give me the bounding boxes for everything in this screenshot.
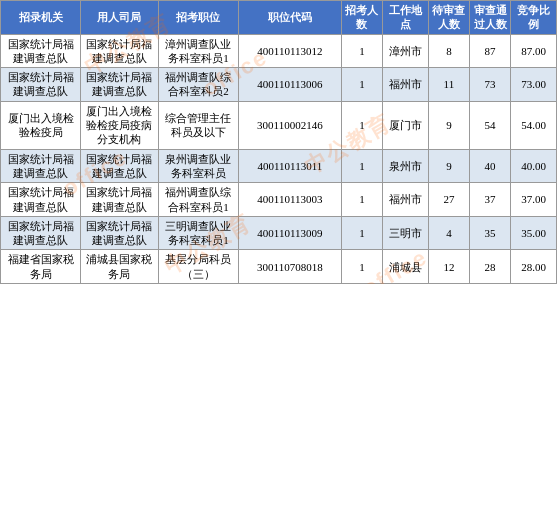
table-header-cell: 工作地点 <box>383 1 429 35</box>
table-cell: 国家统计局福建调查总队 <box>1 216 81 250</box>
table-cell: 300110002146 <box>238 101 341 149</box>
table-cell: 国家统计局福建调查总队 <box>1 149 81 183</box>
table-cell: 28 <box>469 250 510 284</box>
table-cell: 浦城县国家税务局 <box>81 250 159 284</box>
table-cell: 35 <box>469 216 510 250</box>
table-cell: 1 <box>341 101 382 149</box>
table-cell: 泉州调查队业务科室科员 <box>158 149 238 183</box>
table-header-cell: 竞争比例 <box>511 1 557 35</box>
table-cell: 87 <box>469 34 510 68</box>
table-header-cell: 招录机关 <box>1 1 81 35</box>
table-cell: 37 <box>469 183 510 217</box>
table-row: 福建省国家税务局浦城县国家税务局基层分局科员（三）3001107080181浦城… <box>1 250 557 284</box>
table-cell: 400110113006 <box>238 68 341 102</box>
table-cell: 1 <box>341 34 382 68</box>
table-cell: 厦门市 <box>383 101 429 149</box>
table-row: 国家统计局福建调查总队国家统计局福建调查总队漳州调查队业务科室科员1400110… <box>1 34 557 68</box>
table-cell: 国家统计局福建调查总队 <box>81 183 159 217</box>
table-cell: 国家统计局福建调查总队 <box>81 68 159 102</box>
table-cell: 国家统计局福建调查总队 <box>1 34 81 68</box>
table-cell: 国家统计局福建调查总队 <box>81 34 159 68</box>
table-row: 国家统计局福建调查总队国家统计局福建调查总队泉州调查队业务科室科员4001101… <box>1 149 557 183</box>
table-cell: 40 <box>469 149 510 183</box>
table-cell: 1 <box>341 68 382 102</box>
table-cell: 厦门出入境检验检疫局 <box>1 101 81 149</box>
table-header-cell: 用人司局 <box>81 1 159 35</box>
table-cell: 三明调查队业务科室科员1 <box>158 216 238 250</box>
data-table: 招录机关用人司局招考职位职位代码招考人数工作地点待审查人数审查通过人数竞争比例 … <box>0 0 557 284</box>
table-body: 国家统计局福建调查总队国家统计局福建调查总队漳州调查队业务科室科员1400110… <box>1 34 557 283</box>
table-cell: 300110708018 <box>238 250 341 284</box>
table-cell: 国家统计局福建调查总队 <box>81 216 159 250</box>
table-cell: 福建省国家税务局 <box>1 250 81 284</box>
table-row: 国家统计局福建调查总队国家统计局福建调查总队三明调查队业务科室科员1400110… <box>1 216 557 250</box>
table-cell: 国家统计局福建调查总队 <box>1 68 81 102</box>
main-table-wrapper: 招录机关用人司局招考职位职位代码招考人数工作地点待审查人数审查通过人数竞争比例 … <box>0 0 557 284</box>
table-cell: 400110113003 <box>238 183 341 217</box>
table-cell: 35.00 <box>511 216 557 250</box>
table-header-row: 招录机关用人司局招考职位职位代码招考人数工作地点待审查人数审查通过人数竞争比例 <box>1 1 557 35</box>
table-cell: 国家统计局福建调查总队 <box>1 183 81 217</box>
table-cell: 37.00 <box>511 183 557 217</box>
table-cell: 400110113012 <box>238 34 341 68</box>
table-cell: 28.00 <box>511 250 557 284</box>
table-cell: 基层分局科员（三） <box>158 250 238 284</box>
table-cell: 1 <box>341 183 382 217</box>
table-cell: 漳州调查队业务科室科员1 <box>158 34 238 68</box>
table-header-cell: 审查通过人数 <box>469 1 510 35</box>
table-cell: 87.00 <box>511 34 557 68</box>
table-cell: 漳州市 <box>383 34 429 68</box>
table-cell: 1 <box>341 149 382 183</box>
table-header-cell: 待审查人数 <box>428 1 469 35</box>
table-cell: 福州调查队综合科室科员2 <box>158 68 238 102</box>
table-header-cell: 招考职位 <box>158 1 238 35</box>
table-cell: 27 <box>428 183 469 217</box>
table-cell: 三明市 <box>383 216 429 250</box>
table-cell: 1 <box>341 250 382 284</box>
table-cell: 9 <box>428 149 469 183</box>
table-row: 国家统计局福建调查总队国家统计局福建调查总队福州调查队综合科室科员2400110… <box>1 68 557 102</box>
table-header-cell: 职位代码 <box>238 1 341 35</box>
table-cell: 8 <box>428 34 469 68</box>
table-cell: 54.00 <box>511 101 557 149</box>
table-cell: 福州市 <box>383 183 429 217</box>
table-cell: 4 <box>428 216 469 250</box>
table-cell: 73.00 <box>511 68 557 102</box>
table-cell: 福州市 <box>383 68 429 102</box>
table-cell: 国家统计局福建调查总队 <box>81 149 159 183</box>
table-cell: 40.00 <box>511 149 557 183</box>
table-row: 厦门出入境检验检疫局厦门出入境检验检疫局疫病分支机构综合管理主任科员及以下300… <box>1 101 557 149</box>
table-cell: 400110113011 <box>238 149 341 183</box>
table-cell: 厦门出入境检验检疫局疫病分支机构 <box>81 101 159 149</box>
table-cell: 福州调查队综合科室科员1 <box>158 183 238 217</box>
table-cell: 1 <box>341 216 382 250</box>
table-header-cell: 招考人数 <box>341 1 382 35</box>
table-cell: 9 <box>428 101 469 149</box>
table-cell: 11 <box>428 68 469 102</box>
table-cell: 综合管理主任科员及以下 <box>158 101 238 149</box>
table-cell: 12 <box>428 250 469 284</box>
table-cell: 400110113009 <box>238 216 341 250</box>
table-cell: 73 <box>469 68 510 102</box>
table-cell: 浦城县 <box>383 250 429 284</box>
table-cell: 54 <box>469 101 510 149</box>
table-row: 国家统计局福建调查总队国家统计局福建调查总队福州调查队综合科室科员1400110… <box>1 183 557 217</box>
table-cell: 泉州市 <box>383 149 429 183</box>
